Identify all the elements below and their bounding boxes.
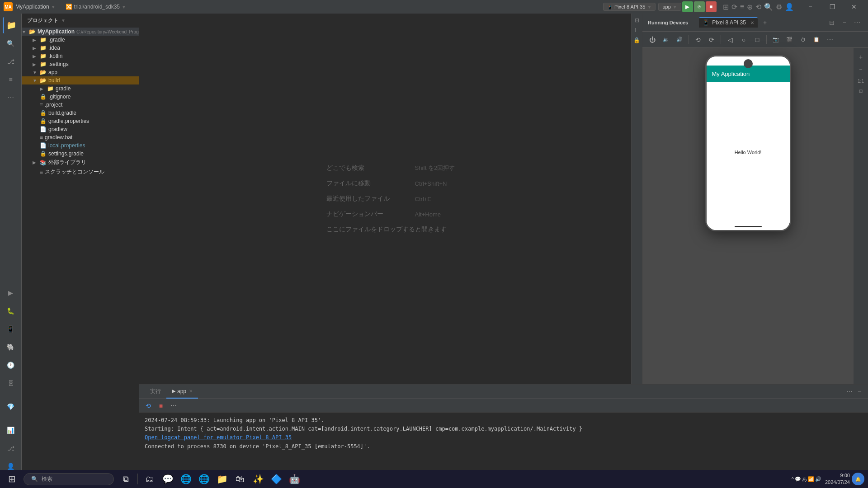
bp-close-panel[interactable]: ⋯ － — [846, 388, 863, 396]
taskbar-android[interactable]: 🤖 — [286, 471, 302, 487]
tree-settings[interactable]: ▶ 📁 .settings — [22, 60, 139, 68]
taskbar-search-btn[interactable]: 🔍 検索 — [22, 471, 116, 487]
pixel8-tab[interactable]: 📱 Pixel 8 API 35 ✕ — [699, 17, 758, 28]
taskbar-start[interactable]: ⊞ — [4, 471, 20, 487]
activity-device[interactable]: 📱 — [3, 321, 19, 337]
taskbar-network[interactable]: 📶 — [808, 476, 814, 482]
rd-home[interactable]: ○ — [737, 33, 750, 46]
rd-timer[interactable]: ⏱ — [797, 33, 809, 46]
activity-gem[interactable]: 💎 — [3, 399, 19, 415]
tree-gradle[interactable]: ▶ 📁 .gradle — [22, 36, 139, 44]
rd-rotate-right[interactable]: ⟳ — [705, 33, 718, 46]
rd-screen-record[interactable]: 🎬 — [783, 33, 796, 46]
activity-files[interactable]: 📁 — [3, 17, 19, 33]
taskbar-edge1[interactable]: 🌐 — [178, 471, 194, 487]
activity-git[interactable]: ⎇ — [3, 53, 19, 70]
rd-more-btn[interactable]: ⋯ — [852, 17, 863, 28]
tree-external-libs[interactable]: ▶ 📚 外部ライブラリ — [22, 158, 139, 167]
taskbar-store[interactable]: 🛍 — [232, 471, 248, 487]
taskbar-time[interactable]: 9:00 2024/07/24 — [825, 472, 850, 486]
tree-app[interactable]: ▼ 📂 app — [22, 68, 139, 76]
tree-gradle-properties[interactable]: 🔒 gradle.properties — [22, 117, 139, 125]
bp-tab-run[interactable]: 実行 — [145, 385, 166, 399]
right-panel-icon-1[interactable]: ⊡ — [635, 17, 639, 23]
run-config-selector[interactable]: app ▼ — [658, 3, 681, 11]
tree-build-gradle-file[interactable]: 🔒 build.gradle — [22, 109, 139, 117]
activity-time[interactable]: 🕐 — [3, 357, 19, 373]
toolbar-icon-3[interactable]: ≡ — [740, 3, 744, 11]
toolbar-icon-4[interactable]: ⊕ — [747, 3, 753, 11]
taskbar-chevron[interactable]: ^ — [792, 476, 794, 482]
rd-layout-btn[interactable]: ⊟ — [826, 17, 837, 28]
rd-tab-close[interactable]: ✕ — [750, 20, 754, 25]
taskbar-explorer[interactable]: 🗂 — [142, 471, 158, 487]
device-selector[interactable]: 📱 Pixel 8 API 35 ▼ — [603, 3, 656, 11]
rd-zoom-in[interactable]: + — [855, 52, 866, 62]
rd-minimize-btn[interactable]: － — [839, 17, 850, 28]
minimize-button[interactable]: － — [800, 0, 821, 14]
tree-root[interactable]: ▼ 📂 MyApplication C:#Repository#Weekend_… — [22, 28, 139, 36]
phone-mockup[interactable]: My Application Hello World! — [705, 55, 791, 231]
taskbar-edge2[interactable]: 🌐 — [196, 471, 212, 487]
activity-run[interactable]: ▶ — [3, 285, 19, 301]
taskbar-chat[interactable]: 💬 — [795, 476, 801, 482]
right-panel-icon-2[interactable]: ⊢ — [635, 27, 639, 33]
search-toolbar-icon[interactable]: 🔍 — [764, 3, 773, 11]
account-toolbar-icon[interactable]: 👤 — [785, 3, 794, 11]
stop-button[interactable]: ■ — [706, 1, 717, 12]
rd-recents[interactable]: □ — [751, 33, 764, 46]
sync-button[interactable]: ⟳ — [694, 1, 705, 12]
taskbar-copilot[interactable]: ✨ — [250, 471, 266, 487]
bp-stop[interactable]: ■ — [156, 400, 166, 411]
bp-options[interactable]: ⋯ — [168, 400, 179, 411]
tree-kotlin[interactable]: ▶ 📁 .kotlin — [22, 52, 139, 60]
activity-branch[interactable]: ⎇ — [3, 440, 19, 456]
bp-tab-close[interactable]: ✕ — [189, 389, 193, 394]
bp-tab-app[interactable]: ▶ app ✕ — [166, 385, 198, 399]
taskbar-task-view[interactable]: ⧉ — [118, 471, 134, 487]
toolbar-icon-2[interactable]: ⟳ — [731, 3, 737, 11]
toolbar-icon-5[interactable]: ⟲ — [755, 3, 761, 11]
taskbar-ime[interactable]: あ — [802, 476, 807, 483]
rd-clipboard[interactable]: 📋 — [810, 33, 823, 46]
bp-more-options[interactable]: ⋯ — [846, 388, 853, 395]
tree-local-properties[interactable]: 📄 local.properties — [22, 141, 139, 150]
rd-rotate-left[interactable]: ⟲ — [692, 33, 704, 46]
taskbar-teams[interactable]: 💬 — [160, 471, 176, 487]
taskbar-files[interactable]: 📁 — [214, 471, 230, 487]
tree-scratches[interactable]: ≡ スクラッチとコンソール — [22, 167, 139, 177]
tree-gradlew[interactable]: 📄 gradlew — [22, 125, 139, 133]
settings-toolbar-icon[interactable]: ⚙ — [776, 3, 782, 11]
rd-screenshot[interactable]: 📷 — [769, 33, 782, 46]
rd-vol-down[interactable]: 🔉 — [660, 33, 672, 46]
rd-fit[interactable]: ⊡ — [855, 85, 866, 96]
activity-more[interactable]: ⋯ — [3, 89, 19, 106]
tree-build-gradle[interactable]: ▶ 📁 gradle — [22, 84, 139, 93]
taskbar-vs[interactable]: 🔷 — [268, 471, 284, 487]
taskbar-volume[interactable]: 🔊 — [815, 476, 821, 482]
bp-minimize[interactable]: － — [856, 388, 863, 396]
rd-zoom-out[interactable]: － — [855, 64, 866, 75]
activity-structure[interactable]: ≡ — [3, 71, 19, 88]
tree-settings-gradle[interactable]: 🔒 settings.gradle — [22, 150, 139, 158]
logcat-link[interactable]: Open logcat panel for emulator Pixel 8 A… — [145, 434, 292, 441]
activity-search[interactable]: 🔍 — [3, 35, 19, 52]
run-button[interactable]: ▶ — [682, 1, 693, 12]
activity-chart[interactable]: 📊 — [3, 422, 19, 438]
bp-restart[interactable]: ⟲ — [143, 400, 154, 411]
activity-debug[interactable]: 🐛 — [3, 303, 19, 319]
restore-button[interactable]: ❐ — [822, 0, 843, 14]
rd-power-btn[interactable]: ⏻ — [646, 33, 659, 46]
activity-db[interactable]: 🗄 — [3, 375, 19, 391]
tree-project[interactable]: ≡ .project — [22, 101, 139, 109]
taskbar-notification[interactable]: 🔔 — [852, 473, 864, 485]
close-button[interactable]: ✕ — [844, 0, 864, 14]
rd-more[interactable]: ⋯ — [824, 33, 836, 46]
toolbar-icon-1[interactable]: ⊞ — [723, 3, 729, 11]
rd-back[interactable]: ◁ — [724, 33, 736, 46]
tree-gitignore[interactable]: 🔒 .gitignore — [22, 93, 139, 101]
right-panel-icon-3[interactable]: 🔒 — [633, 37, 640, 43]
tree-gradlew-bat[interactable]: ≡ gradlew.bat — [22, 133, 139, 141]
add-device-tab[interactable]: + — [760, 17, 770, 28]
tree-idea[interactable]: ▶ 📁 .idea — [22, 44, 139, 52]
